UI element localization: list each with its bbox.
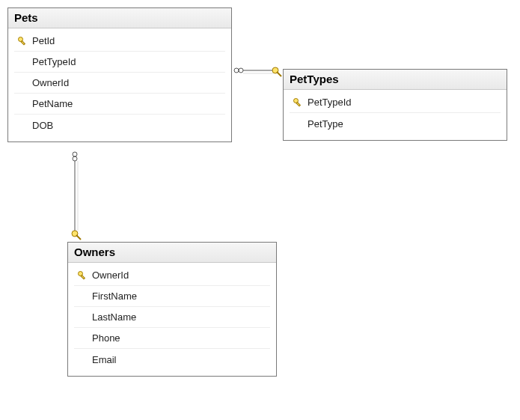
table-title-pettypes: PetTypes (284, 70, 507, 90)
svg-point-12 (73, 152, 77, 156)
column-row[interactable]: PetId (14, 31, 225, 52)
table-owners[interactable]: Owners OwnerId FirstName (67, 242, 277, 377)
columns-owners: OwnerId FirstName LastName Phone Email (68, 263, 276, 376)
column-row[interactable]: Email (74, 349, 270, 370)
column-name: PetTypeId (306, 97, 352, 108)
primary-key-icon (14, 36, 31, 46)
relationship-pets-pettypes (232, 63, 283, 81)
svg-point-13 (73, 156, 77, 161)
column-row[interactable]: Phone (74, 328, 270, 349)
column-name: PetId (31, 35, 55, 46)
column-row[interactable]: PetTypeId (14, 52, 225, 73)
column-name: OwnerId (31, 77, 69, 88)
column-row[interactable]: PetType (290, 113, 501, 134)
column-name: PetName (31, 98, 73, 109)
svg-rect-3 (296, 102, 300, 106)
svg-point-16 (72, 231, 78, 237)
svg-line-17 (76, 235, 81, 240)
table-pettypes[interactable]: PetTypes PetTypeId PetType (283, 69, 507, 141)
svg-point-7 (239, 68, 243, 73)
column-name: LastName (91, 311, 136, 323)
table-title-owners: Owners (68, 243, 276, 263)
column-name: PetType (306, 118, 343, 130)
primary-key-icon (290, 97, 306, 108)
column-row[interactable]: OwnerId (14, 73, 225, 94)
diagram-canvas: Pets PetId PetTypeId O (0, 0, 520, 420)
table-pets[interactable]: Pets PetId PetTypeId O (7, 7, 232, 142)
column-row[interactable]: DOB (14, 115, 225, 136)
relationship-pets-owners (67, 150, 85, 242)
svg-point-6 (234, 68, 239, 73)
column-name: Email (91, 354, 117, 365)
primary-key-icon (74, 270, 91, 281)
column-name: Phone (91, 332, 120, 344)
svg-line-11 (277, 72, 281, 76)
columns-pets: PetId PetTypeId OwnerId PetName DOB (8, 28, 231, 141)
column-row[interactable]: PetTypeId (290, 92, 501, 113)
column-row[interactable]: LastName (74, 307, 270, 328)
table-title-pets: Pets (8, 8, 231, 28)
column-row[interactable]: PetName (14, 94, 225, 115)
svg-point-10 (272, 67, 278, 73)
svg-rect-5 (81, 275, 85, 279)
columns-pettypes: PetTypeId PetType (284, 90, 507, 140)
column-name: FirstName (91, 290, 137, 302)
column-name: PetTypeId (31, 56, 76, 67)
svg-rect-1 (21, 40, 25, 44)
column-name: OwnerId (91, 270, 129, 281)
column-row[interactable]: OwnerId (74, 265, 270, 286)
column-name: DOB (31, 120, 53, 131)
column-row[interactable]: FirstName (74, 286, 270, 307)
